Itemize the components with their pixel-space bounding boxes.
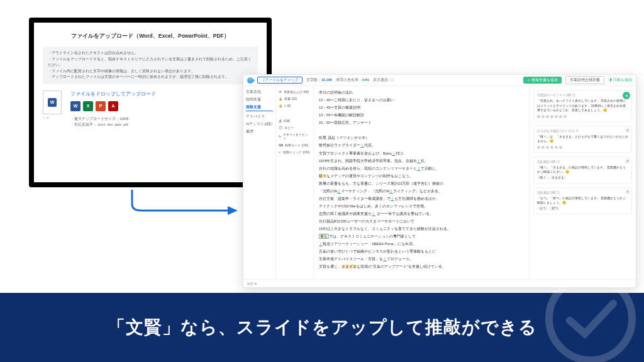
suggestion-card[interactable]: 注意語のハイライト (40) ⓘ「卒業止め」をハイライト表示しています。 卒業止… [533,90,632,122]
caption-text: 「文賢」なら、スライドをアップして推敲ができる [108,315,537,339]
suggestion-body: 「様々」は、「さまざま」とひらがなで書くほうがよいかもしれません。🙂 [537,134,628,144]
char-count: 文字数：10,160 [306,78,332,82]
word-icon: W [70,101,80,111]
caption-band: 「文賢」なら、スライドをアップして推敲ができる [0,293,644,362]
sidebar-item-revise[interactable]: 推敲支援 [246,105,273,111]
content-line [319,272,524,278]
upload-note: ・ファイルをアップロードすると、既存テキストエリアに入力されている文章は上書きさ… [48,57,253,69]
eye-icon: 👁 [279,90,282,94]
pdf-icon: A [108,101,118,111]
sideb-autocheck[interactable]: ✓自動チェック (ON) [279,150,311,154]
content-line: 全国の商工会議所や就業支援セ｜ ターー等でも講演を重ねている。 [319,211,524,217]
suggestion-dots [537,115,628,118]
reset-icon: ↻ [279,134,281,138]
sidebar-item-proofread[interactable]: 校閲支援 [246,97,273,102]
close-icon[interactable]: × [625,128,630,133]
upload-note: ・アップロードされたファイルは文賢のサーバーに一時的に保存されますが、処理完了後… [48,74,253,80]
suggestion-body: 「卒業止め」をハイライト表示しています。 卒業止めの使用にはメリットとデメリット… [537,99,628,113]
content-line: 最近では、テキストコミュニケーションの専門家として [319,234,524,239]
upload-window: ファイルをアップロード（Word、Excel、PowerPoint、PDF） ・… [29,18,272,187]
sidebar-item-expression[interactable]: 文章表現 [246,90,273,94]
suggestion-tag[interactable]: 様々 [537,175,548,180]
content-line: 株式会社ウェブライダー｜代表。 [319,143,524,148]
editor-window: ［ファイルをチェック 文字数：10,160 漢字の含有率：54% 表示選択：□ … [243,74,636,288]
suggestion-body: 「様々」「さまざま」の表記が混在しています。 意図通かどうかご確認ください。🙂 [537,165,628,175]
content-line: 15：50〜質疑応答、アンケート [319,120,524,126]
sideb-dict[interactable]: 🔒辞書 (15) [279,97,311,101]
content-line: 松尾 茂起（マツオシゲオキ） [319,135,524,141]
upload-panel: ファイルをアップロード（Word、Excel、PowerPoint、PDF） ・… [34,23,267,182]
excel-icon: X [83,101,93,111]
content-line: 自社製品約3,000ユーザーのカスタマーサポートにおいて [319,219,524,224]
word-icon: W [48,98,57,107]
display-select[interactable]: 表示選択：□ [373,78,394,82]
content-line: 自社の知識を高める傍ら、現役のコンテンツマーケターと｜て活動し、 [319,166,524,172]
editor-content[interactable]: 本日の説明会の流れ13：40〜ご視聴にあたり、皆さまへのお願い13：45〜文賢の… [314,86,529,279]
word-thumb[interactable]: W [43,90,62,114]
suggestion-body: 「もつ」「持つ」の表記が混在しています。 意図通かどうかご確認しましょう。🙂 [537,196,628,206]
lock-icon: 🔒 [279,97,282,101]
lock-icon: 🔒 [279,104,282,107]
close-icon[interactable]: × [625,189,630,194]
suggestion-card[interactable]: 注記表記 (18) ⓘ「もつ」「持つ」の表記が混在しています。 意図通かどうかご… [533,187,632,214]
print-icon: 🖨 [279,119,282,123]
close-icon[interactable]: × [625,158,630,163]
upload-note: ・アウトライン化されたテキストは読み込めません。 [48,50,253,57]
thumb-add[interactable]: ＋ × [43,116,62,119]
sidebar-secondary: 👁視覚表および (40) 🔒辞書 (15) 🔒□ (6) 🖨印刷 📋コピー ↻テ… [276,86,314,279]
upload-notes: ・アウトライン化されたテキストは読み込めません。 ・ファイルをアップロードすると… [43,47,258,84]
content-line: 教冊の著書をもち、主な著書に、シリーズ累計23万部（電子含む）突破の [319,181,524,187]
suggestion-head: 注記表記 (18) ⓘ [537,160,628,163]
content-line [319,128,524,133]
editor-toolbar: ［ファイルをチェック 文字数：10,160 漢字の含有率：54% 表示選択：□ … [243,75,636,86]
arrow-icon [126,189,239,220]
sideb-misc[interactable]: 🔒□ (6) [279,104,311,107]
drop-label: ファイルをドロップしてアップロード [70,90,156,97]
upload-thumb-col: W ＋ × [43,90,62,128]
add-icon[interactable]: ＋ [623,92,630,99]
sidebar-item-ai[interactable]: AIアシスト(β版) [246,122,273,126]
content-line: 文賢を通じ、さまざまな現場の"言葉のアップデート"を支援し続けている。 [319,264,524,270]
logo-icon [246,75,255,84]
impression-button[interactable]: ◑ 印象を確認 [608,78,632,82]
upload-max: ・最大アップロードサイズ：10MB [70,116,156,122]
add-suggestion-button[interactable]: ＋ 推敲支援を追加 [523,77,562,84]
suggestion-head: 注記表記 (18) ⓘ [537,191,628,194]
file-check-tab[interactable]: ［ファイルをチェック [257,77,303,84]
content-line: 文賢プロジェクト事業責任者および、Bplus｜付け。 [319,151,524,156]
upload-ext: ・対応拡張子：.docx .xlsx .pptx .pdf [70,122,156,128]
drop-zone[interactable]: ファイルをドロップしてアップロード W X P A ・最大アップロードサイズ：1… [70,90,156,128]
content-line: 言葉の使い方ひとつで組織やビジネスが変わるという実体験をもとに [319,249,524,255]
sideb-copy[interactable]: 📋コピー [279,126,311,129]
suggestion-card[interactable]: 注記表記 (18) ⓘ「様々」「さまざま」の表記が混在しています。 意図通かどう… [533,156,632,184]
svg-point-1 [549,277,632,360]
sideb-print[interactable]: 🖨印刷 [279,119,311,123]
content-line: 13：45〜文賢の概要説明 [319,105,524,111]
content-line: ｜報道リアリーティーショー「ABEMA Prime」にも出演。 [319,241,524,247]
sidebar-item-advice[interactable]: アドバイス [246,114,273,119]
suggestion-tag[interactable]: もつ [537,206,548,211]
content-line: 本日の説明会の流れ [319,90,524,96]
dictionary-button[interactable]: 文章説明合併辞書 [565,76,604,84]
sidebar-primary: 文章表現 校閲支援 推敲支援 アドバイス AIアシスト(β版) 履歴 [243,86,276,279]
sideb-mode[interactable]: ⌨利用モード (ON) [279,143,311,147]
sideb-visual[interactable]: 👁視覚表および (40) [279,90,311,94]
content-line: 様々なメディアの運営やコンテンツの制作をおこなう。 [319,173,524,179]
content-line: 『沈黙のW｜マーケティング』『沈黙のW｜ライティング』などがある。 [319,189,524,194]
suggestion-card[interactable]: ひらがなで表記 (ガイド) ⓘ ✎「様々」は、「さまざま」とひらがなで書くほうが… [533,126,632,153]
content-line: 文章作成アドバイスツール「文賢」を｜プロデュース。 [319,256,524,262]
sideb-reset[interactable]: ↻テキストをリセット [279,133,311,140]
suggestion-dots [537,146,628,149]
keyboard-icon: ⌨ [279,143,283,147]
suggestion-tag[interactable]: 持つ [549,206,560,211]
content-line: 15年以上大きなトラブルなく、コミュニティを育ててきた経験が注目される。 [319,226,524,232]
watermark-icon [543,272,638,362]
sidebar-item-history[interactable]: 履歴 [246,129,273,134]
suggestion-tag[interactable]: さまざま [549,175,567,180]
svg-marker-0 [228,206,238,215]
content-line: アドテックやCSS Niteをはじめ、多くのカンファレンスで登壇。 [319,204,524,209]
content-line: 1978年生まれ。関西学院大学経済学部卒業。現在、京都市｜住。 [319,158,524,164]
content-line: 13：55〜各機能の解説解説 [319,112,524,118]
upload-note: ・ファイル内に配置された文字や画像の情報は、正しく反映されない場合があります。 [48,69,253,75]
suggestion-head: 注意語のハイライト (40) ⓘ [537,94,628,97]
